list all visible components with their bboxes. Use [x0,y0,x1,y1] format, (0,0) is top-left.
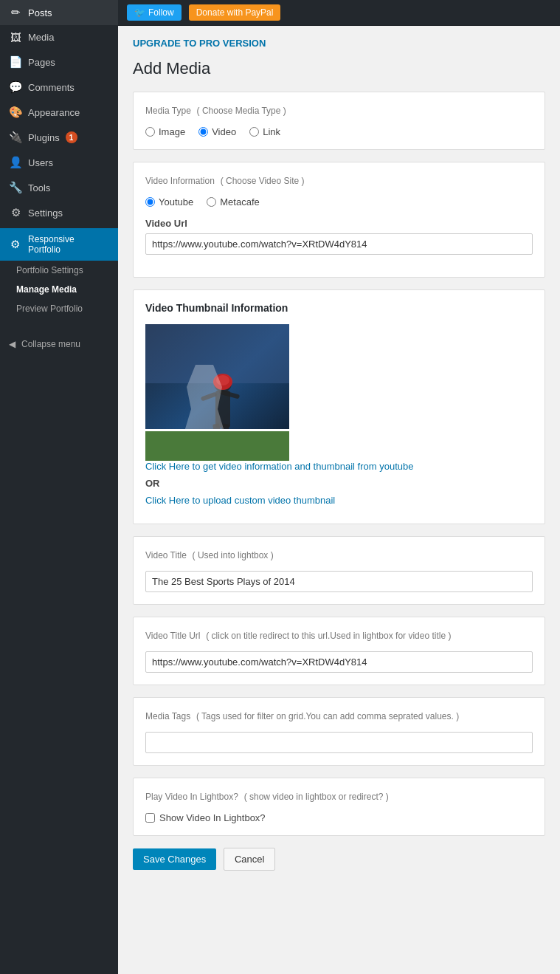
sidebar-item-label: Pages [28,57,55,68]
sidebar-item-label: Posts [28,7,52,18]
media-type-title: Media Type ( Choose Media Type ) [145,104,533,116]
radio-video[interactable] [198,127,208,137]
video-thumbnail-card: Video Thumbnail Information [133,289,545,524]
sidebar-item-label: Appearance [28,107,80,118]
radio-image-label[interactable]: Image [145,126,185,137]
collapse-icon: ◀ [9,339,15,349]
svg-rect-1 [145,439,289,461]
plugins-badge: 1 [66,131,77,143]
appearance-icon: 🎨 [9,106,22,119]
twitter-icon: 🐦 [134,7,145,18]
upload-thumbnail-link[interactable]: Click Here to upload custom video thumbn… [145,495,533,506]
sidebar-item-users[interactable]: 👤 Users [0,150,118,175]
video-title-heading: Video Title ( Used into lightbox ) [145,549,533,560]
thumbnail-image: 20 [145,324,289,461]
video-url-input[interactable] [145,233,533,255]
sidebar-item-settings[interactable]: ⚙ Settings [0,200,118,225]
get-thumbnail-link[interactable]: Click Here to get video information and … [145,461,533,472]
sidebar: ✏ Posts 🖼 Media 📄 Pages 💬 Comments 🎨 App… [0,0,118,974]
video-site-radio-group: Youtube Metacafe [145,196,533,208]
show-lightbox-checkbox[interactable] [145,813,155,823]
sidebar-item-comments[interactable]: 💬 Comments [0,75,118,100]
responsive-icon: ⚙ [9,238,22,251]
video-title-input[interactable] [145,571,533,592]
tools-icon: 🔧 [9,181,22,194]
pages-icon: 📄 [9,55,22,69]
play-lightbox-heading: Play Video In Lightbox? ( show video in … [145,790,533,802]
svg-text:20: 20 [160,442,169,451]
sidebar-item-label: Settings [28,208,63,219]
cancel-button[interactable]: Cancel [224,848,275,871]
video-info-title: Video Information ( Choose Video Site ) [145,174,533,186]
sidebar-item-appearance[interactable]: 🎨 Appearance [0,100,118,125]
sidebar-item-pages[interactable]: 📄 Pages [0,49,118,75]
radio-image[interactable] [145,127,155,137]
sidebar-item-tools[interactable]: 🔧 Tools [0,175,118,200]
svg-rect-6 [201,391,218,401]
sidebar-item-plugins[interactable]: 🔌 Plugins 1 [0,125,118,150]
video-url-label: Video Url [145,218,533,229]
media-type-radio-group: Image Video Link [145,126,533,137]
svg-point-11 [216,375,229,385]
topbar: 🐦 Follow Donate with PayPal [118,0,560,26]
sidebar-sub-manage-media[interactable]: Manage Media [0,280,118,299]
media-tags-heading: Media Tags ( Tags used for filter on gri… [145,710,533,721]
video-title-url-heading: Video Title Url ( click on title redirec… [145,629,533,641]
comments-icon: 💬 [9,80,22,94]
page-title: Add Media [133,59,545,78]
video-title-card: Video Title ( Used into lightbox ) [133,536,545,605]
play-lightbox-card: Play Video In Lightbox? ( show video in … [133,778,545,836]
radio-metacafe[interactable] [207,197,216,207]
video-thumbnail-title: Video Thumbnail Information [145,302,533,314]
posts-icon: ✏ [9,6,22,19]
svg-rect-9 [220,423,229,442]
plugins-icon: 🔌 [9,131,22,144]
radio-youtube-label[interactable]: Youtube [145,196,193,208]
sidebar-item-label: Users [28,157,53,168]
media-type-card: Media Type ( Choose Media Type ) Image V… [133,92,545,150]
users-icon: 👤 [9,156,22,169]
show-lightbox-label[interactable]: Show Video In Lightbox? [145,812,533,823]
svg-rect-3 [145,324,289,383]
thumbnail-svg: 20 [145,324,289,461]
settings-icon: ⚙ [9,206,22,219]
sidebar-responsive-portfolio[interactable]: ⚙ Responsive Portfolio [0,228,118,261]
video-info-card: Video Information ( Choose Video Site ) … [133,162,545,278]
collapse-menu-button[interactable]: ◀ Collapse menu [0,333,118,355]
save-changes-button[interactable]: Save Changes [133,848,216,870]
sidebar-item-posts[interactable]: ✏ Posts [0,0,118,25]
sidebar-sub-portfolio-settings[interactable]: Portfolio Settings [0,261,118,280]
video-title-url-card: Video Title Url ( click on title redirec… [133,617,545,685]
or-divider: OR [145,478,533,489]
main-content: 🐦 Follow Donate with PayPal UPGRADE TO P… [118,0,560,974]
sidebar-item-label: Comments [28,82,75,93]
sidebar-item-label: Plugins [28,132,60,143]
upgrade-link[interactable]: UPGRADE TO PRO VERSION [133,38,545,49]
content-area: UPGRADE TO PRO VERSION Add Media Media T… [118,26,560,905]
svg-rect-8 [212,423,222,442]
twitter-follow-button[interactable]: 🐦 Follow [127,4,182,21]
radio-link[interactable] [249,127,259,137]
radio-link-label[interactable]: Link [249,126,280,137]
radio-youtube[interactable] [145,197,155,207]
sidebar-item-label: Media [28,32,54,43]
video-url-group: Video Url [145,218,533,255]
sidebar-sub-preview-portfolio[interactable]: Preview Portfolio [0,299,118,318]
media-icon: 🖼 [9,31,22,44]
media-tags-card: Media Tags ( Tags used for filter on gri… [133,697,545,766]
svg-rect-2 [145,436,289,440]
radio-metacafe-label[interactable]: Metacafe [207,196,259,208]
video-title-url-input[interactable] [145,651,533,673]
media-tags-input[interactable] [145,732,533,753]
sidebar-responsive-label: Responsive Portfolio [28,234,109,255]
sidebar-item-label: Tools [28,182,50,193]
action-buttons: Save Changes Cancel [133,848,545,871]
sidebar-item-media[interactable]: 🖼 Media [0,25,118,49]
radio-video-label[interactable]: Video [198,126,236,137]
donate-button[interactable]: Donate with PayPal [189,4,281,21]
